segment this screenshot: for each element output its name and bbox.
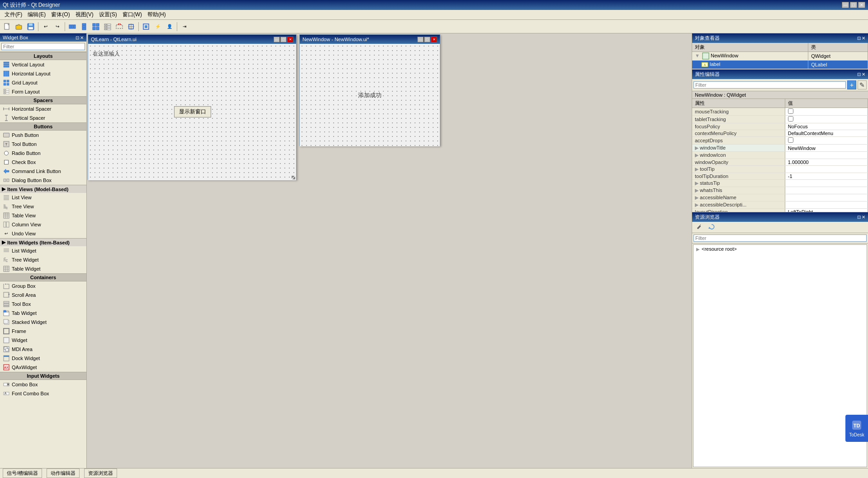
checkbox-acceptDrops[interactable] (788, 137, 793, 143)
adjust-size-button[interactable] (126, 21, 137, 32)
prop-row-toolTipDuration[interactable]: toolTipDuration -1 (692, 173, 868, 180)
widget-item-undo-view[interactable]: ↩ Undo View (0, 229, 86, 238)
prop-row-focusPolicy[interactable]: focusPolicy NoFocus (692, 123, 868, 130)
widget-item-tool-box[interactable]: Tool Box (0, 300, 86, 309)
form-canvas-qtlearn[interactable]: 在这里输入 显示新窗口 (88, 44, 296, 180)
widget-item-list-view[interactable]: List View (0, 193, 86, 202)
widget-item-mdi-area[interactable]: MDI Area (0, 345, 86, 354)
resize-handle[interactable] (292, 176, 295, 179)
widget-item-column-view[interactable]: Column View (0, 220, 86, 229)
inspector-row-newwindow[interactable]: ▼ NewWindow QWidget (692, 52, 868, 61)
prop-row-toolTip[interactable]: ▶ toolTip (692, 166, 868, 173)
widget-box-filter-input[interactable] (1, 43, 85, 50)
save-button[interactable] (25, 21, 36, 32)
menu-edit[interactable]: 编辑(E) (25, 10, 48, 19)
prop-editor-close[interactable]: ✕ (862, 72, 865, 77)
prop-row-mouseTracking[interactable]: mouseTracking (692, 108, 868, 116)
widget-item-command-link-button[interactable]: Command Link Button (0, 167, 86, 176)
widget-item-dock-widget[interactable]: Dock Widget (0, 354, 86, 363)
statusbar-signal-editor[interactable]: 信号/槽编辑器 (3, 469, 42, 478)
prop-value-focusPolicy[interactable]: NoFocus (785, 123, 868, 130)
undo-button[interactable]: ↩ (40, 21, 51, 32)
menu-window[interactable]: 窗口(W) (120, 10, 145, 19)
mdi-titlebar-qtlearn[interactable]: QtLearn - QtLearn.ui — □ ✕ (88, 35, 296, 44)
widget-item-stacked-widget[interactable]: Stacked Widget (0, 318, 86, 327)
expand-icon[interactable]: ▼ (695, 53, 700, 58)
prop-value-toolTip[interactable] (785, 166, 868, 173)
mdi-titlebar-newwindow[interactable]: NewWindow - NewWindow.ui* — □ ✕ (300, 35, 440, 44)
prop-value-windowIcon[interactable] (785, 152, 868, 159)
widget-item-combo-box[interactable]: ▼ Combo Box (0, 380, 86, 389)
prop-row-windowIcon[interactable]: ▶ windowIcon (692, 152, 868, 159)
prop-value-accessibleDescripti[interactable] (785, 202, 868, 209)
show-new-window-button[interactable]: 显示新窗口 (174, 106, 211, 117)
prop-value-acceptDrops[interactable] (785, 137, 868, 145)
widget-item-qax-widget[interactable]: AX QAxWidget (0, 363, 86, 372)
widget-item-tool-button[interactable]: T Tool Button (0, 140, 86, 149)
widget-item-table-view[interactable]: Table View (0, 211, 86, 220)
prop-edit-button[interactable]: ✎ (858, 80, 867, 89)
layout-v-button[interactable] (79, 21, 90, 32)
widget-item-push-button[interactable]: Push Button (0, 131, 86, 140)
widget-item-vertical-layout[interactable]: Vertical Layout (0, 60, 86, 69)
maximize-button[interactable]: □ (850, 2, 857, 8)
statusbar-action-editor[interactable]: 动作编辑器 (47, 469, 80, 478)
widget-box-undock[interactable]: ⊡ (75, 35, 79, 40)
todo-button[interactable]: TD ToDesk (845, 415, 868, 442)
widget-item-form-layout[interactable]: Form Layout (0, 87, 86, 96)
widget-item-group-box[interactable]: ● Group Box (0, 281, 86, 291)
prop-value-mouseTracking[interactable] (785, 108, 868, 116)
mode-buddy-button[interactable]: 👤 (164, 21, 175, 32)
prop-editor-undock[interactable]: ⊡ (857, 72, 861, 77)
mdi-close-qtlearn[interactable]: ✕ (287, 37, 293, 42)
open-button[interactable] (14, 21, 24, 32)
inspector-row-label[interactable]: A label QLabel (692, 61, 868, 69)
section-item-views[interactable]: ▶ Item Views (Model-Based) (0, 185, 86, 193)
prop-filter-input[interactable] (693, 81, 846, 89)
form-canvas-newwindow[interactable]: 添加成功 (300, 44, 440, 146)
prop-row-accessibleName[interactable]: ▶ accessibleName (692, 194, 868, 202)
widget-item-dialog-button-box[interactable]: Dialog Button Box (0, 176, 86, 185)
mdi-maximize-qtlearn[interactable]: □ (280, 37, 287, 42)
prop-row-acceptDrops[interactable]: acceptDrops (692, 137, 868, 145)
layout-h-button[interactable] (67, 21, 78, 32)
resource-browser-close[interactable]: ✕ (862, 215, 865, 220)
prop-value-statusTip[interactable] (785, 180, 868, 187)
mdi-close-newwindow[interactable]: ✕ (431, 37, 437, 42)
prop-value-contextMenuPolicy[interactable]: DefaultContextMenu (785, 130, 868, 137)
section-item-widgets[interactable]: ▶ Item Widgets (Item-Based) (0, 238, 86, 246)
resource-edit-button[interactable] (694, 223, 705, 232)
menu-settings[interactable]: 设置(S) (96, 10, 120, 19)
widget-box-close[interactable]: ✕ (80, 35, 84, 40)
widget-item-scroll-area[interactable]: Scroll Area (0, 291, 86, 300)
mdi-minimize-newwindow[interactable]: — (417, 37, 424, 42)
obj-inspector-close[interactable]: ✕ (862, 36, 865, 41)
menu-form[interactable]: 窗体(O) (48, 10, 72, 19)
redo-button[interactable]: ↪ (52, 21, 63, 32)
mode-widget-button[interactable] (141, 21, 151, 32)
widget-item-tab-widget[interactable]: Tab Widget (0, 309, 86, 318)
widget-item-font-combo-box[interactable]: A Font Combo Box (0, 389, 86, 398)
layout-grid-button[interactable] (90, 21, 101, 32)
widget-item-table-widget[interactable]: Table Widget (0, 264, 86, 273)
widget-item-list-widget[interactable]: List Widget (0, 246, 86, 255)
widget-item-widget[interactable]: Widget (0, 336, 86, 345)
close-button[interactable]: ✕ (858, 2, 865, 8)
obj-inspector-undock[interactable]: ⊡ (857, 36, 861, 41)
mode-tab-button[interactable]: ⇥ (179, 21, 190, 32)
widget-item-grid-layout[interactable]: Grid Layout (0, 78, 86, 87)
prop-row-whatsThis[interactable]: ▶ whatsThis (692, 187, 868, 194)
prop-value-accessibleName[interactable] (785, 194, 868, 202)
mode-signal-button[interactable]: ⚡ (152, 21, 163, 32)
menu-view[interactable]: 视图(V) (73, 10, 96, 19)
mdi-maximize-newwindow[interactable]: □ (424, 37, 430, 42)
prop-row-windowOpacity[interactable]: windowOpacity 1.000000 (692, 159, 868, 166)
checkbox-mouseTracking[interactable] (788, 108, 793, 114)
resource-refresh-button[interactable] (706, 223, 717, 232)
prop-value-tabletTracking[interactable] (785, 116, 868, 123)
widget-item-radio-button[interactable]: Radio Button (0, 149, 86, 158)
minimize-button[interactable]: — (842, 2, 849, 8)
menu-file[interactable]: 文件(F) (2, 10, 25, 19)
checkbox-tabletTracking[interactable] (788, 116, 793, 122)
widget-item-tree-view[interactable]: Tree View (0, 202, 86, 211)
